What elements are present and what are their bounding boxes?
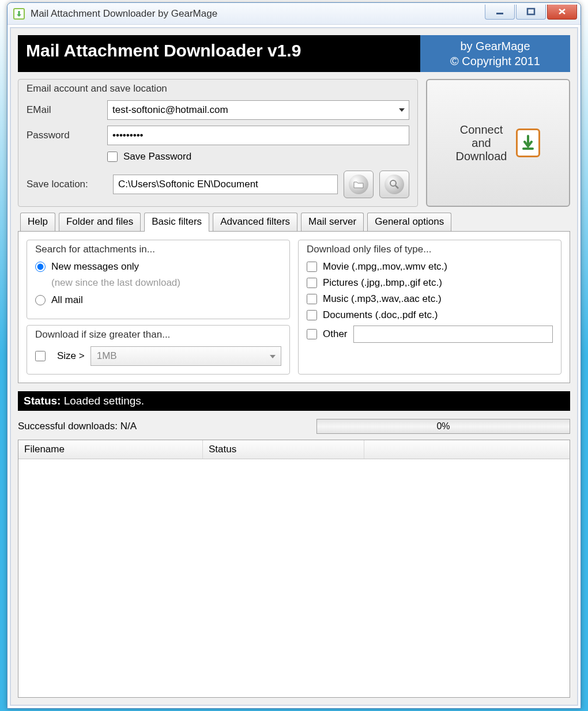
tab-advanced-filters[interactable]: Advanced filters: [213, 213, 297, 231]
type-movie-checkbox[interactable]: [307, 262, 317, 272]
type-other-field[interactable]: [353, 326, 553, 343]
minimize-button[interactable]: [485, 5, 515, 20]
size-fieldset: Download if size greater than... Size > …: [27, 325, 290, 375]
progress-bar: 0%: [316, 419, 570, 434]
save-password-label: Save Password: [123, 151, 191, 162]
radio-new-hint: (new since the last download): [51, 277, 281, 289]
type-documents-label: Documents (.doc,.pdf etc.): [323, 309, 438, 321]
tabs: Help Folder and files Basic filters Adva…: [18, 213, 570, 231]
tab-folder-files[interactable]: Folder and files: [59, 213, 141, 231]
password-field[interactable]: [107, 126, 409, 145]
search-icon: [385, 175, 404, 194]
size-select[interactable]: 1MB: [91, 346, 281, 366]
svg-rect-0: [496, 13, 503, 14]
tab-help[interactable]: Help: [20, 213, 55, 231]
account-group: Email account and save location EMail Pa…: [18, 79, 418, 207]
tab-mail-server[interactable]: Mail server: [301, 213, 364, 231]
connect-button-label: Connect and Download: [456, 123, 507, 163]
search-fieldset: Search for attachments in... New message…: [27, 240, 290, 319]
status-text: Loaded settings.: [61, 395, 144, 407]
by-line: by GearMage: [425, 39, 566, 54]
folder-icon: [349, 175, 368, 194]
email-field[interactable]: [107, 100, 409, 120]
col-extra[interactable]: [364, 440, 570, 459]
account-legend: Email account and save location: [27, 83, 409, 94]
type-movie-label: Movie (.mpg,.mov,.wmv etc.): [323, 261, 447, 273]
type-other-label: Other: [323, 328, 348, 340]
type-other-checkbox[interactable]: [307, 329, 317, 339]
chevron-down-icon: [269, 350, 276, 362]
results-grid: Filename Status: [18, 440, 570, 698]
col-filename[interactable]: Filename: [18, 440, 203, 459]
col-status[interactable]: Status: [203, 440, 364, 459]
titlebar[interactable]: Mail Attachment Downloader by GearMage: [7, 3, 581, 25]
password-label: Password: [27, 130, 107, 141]
radio-new-messages[interactable]: [35, 262, 46, 272]
grid-header: Filename Status: [18, 440, 570, 459]
maximize-button[interactable]: [516, 5, 546, 20]
product-title: Mail Attachment Downloader v1.9: [18, 35, 420, 72]
size-value: 1MB: [97, 350, 117, 362]
connect-download-button[interactable]: Connect and Download: [426, 79, 570, 207]
product-attribution: by GearMage © Copyright 2011: [420, 35, 570, 72]
type-music-label: Music (.mp3,.wav,.aac etc.): [323, 293, 442, 305]
tab-basic-filters[interactable]: Basic filters: [144, 213, 209, 232]
status-bar: Status: Loaded settings.: [18, 391, 570, 411]
copyright-line: © Copyright 2011: [425, 54, 566, 69]
size-label: Size >: [57, 350, 85, 362]
email-label: EMail: [27, 104, 107, 116]
downloads-label: Successful downloads: N/A: [18, 421, 137, 432]
radio-all-label: All mail: [51, 294, 83, 306]
svg-line-3: [395, 186, 398, 188]
basic-filters-panel: Search for attachments in... New message…: [18, 231, 570, 383]
tab-general-options[interactable]: General options: [367, 213, 451, 231]
radio-new-label: New messages only: [51, 261, 139, 273]
svg-point-2: [390, 180, 396, 186]
search-location-button[interactable]: [379, 171, 409, 198]
type-music-checkbox[interactable]: [307, 294, 317, 304]
close-button[interactable]: [547, 5, 577, 20]
types-fieldset: Download only files of type... Movie (.m…: [298, 240, 561, 375]
svg-rect-1: [527, 9, 534, 14]
content-area: Mail Attachment Downloader v1.9 by GearM…: [10, 27, 578, 706]
progress-text: 0%: [436, 421, 450, 432]
save-password-checkbox[interactable]: [107, 152, 118, 162]
size-checkbox[interactable]: [35, 351, 46, 361]
save-location-label: Save location:: [27, 179, 107, 190]
window-title: Mail Attachment Downloader by GearMage: [31, 8, 485, 20]
download-icon: [516, 128, 540, 157]
size-legend: Download if size greater than...: [35, 329, 281, 341]
save-location-field[interactable]: [113, 175, 338, 194]
app-icon: [13, 8, 25, 20]
type-documents-checkbox[interactable]: [307, 310, 317, 320]
radio-all-mail[interactable]: [35, 295, 46, 305]
search-legend: Search for attachments in...: [35, 244, 281, 255]
type-pictures-label: Pictures (.jpg,.bmp,.gif etc.): [323, 277, 442, 289]
types-legend: Download only files of type...: [307, 244, 553, 255]
grid-body: [18, 459, 570, 697]
browse-folder-button[interactable]: [344, 171, 374, 198]
status-label: Status:: [24, 395, 61, 407]
type-pictures-checkbox[interactable]: [307, 278, 317, 288]
app-window: Mail Attachment Downloader by GearMage M…: [7, 2, 581, 709]
